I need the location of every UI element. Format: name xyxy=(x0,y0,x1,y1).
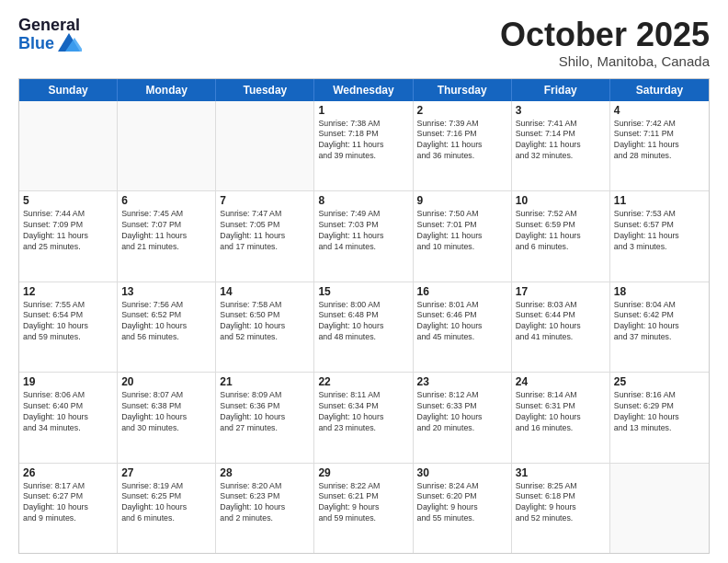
day-number: 8 xyxy=(318,194,408,207)
day-number: 7 xyxy=(220,194,310,207)
day-number: 9 xyxy=(417,194,507,207)
cal-day-19: 19Sunrise: 8:06 AM Sunset: 6:40 PM Dayli… xyxy=(19,373,118,462)
day-info: Sunrise: 7:42 AM Sunset: 7:11 PM Dayligh… xyxy=(614,119,705,163)
cal-day-6: 6Sunrise: 7:45 AM Sunset: 7:07 PM Daylig… xyxy=(118,191,216,281)
day-number: 11 xyxy=(614,194,705,207)
day-number: 26 xyxy=(23,466,113,479)
cal-header-wednesday: Wednesday xyxy=(314,79,413,101)
cal-week-3: 12Sunrise: 7:55 AM Sunset: 6:54 PM Dayli… xyxy=(19,282,709,373)
day-number: 27 xyxy=(121,466,211,479)
logo-general-text: General xyxy=(18,17,82,33)
cal-day-18: 18Sunrise: 8:04 AM Sunset: 6:42 PM Dayli… xyxy=(610,282,709,372)
day-info: Sunrise: 7:53 AM Sunset: 6:57 PM Dayligh… xyxy=(614,209,705,253)
calendar-title: October 2025 xyxy=(500,17,710,53)
logo-blue-text: Blue xyxy=(18,35,54,52)
day-number: 30 xyxy=(417,466,507,479)
cal-day-5: 5Sunrise: 7:44 AM Sunset: 7:09 PM Daylig… xyxy=(19,191,118,281)
cal-empty-0-0 xyxy=(19,101,118,190)
cal-day-20: 20Sunrise: 8:07 AM Sunset: 6:38 PM Dayli… xyxy=(118,373,216,462)
cal-day-13: 13Sunrise: 7:56 AM Sunset: 6:52 PM Dayli… xyxy=(118,282,216,372)
cal-day-31: 31Sunrise: 8:25 AM Sunset: 6:18 PM Dayli… xyxy=(512,464,610,553)
day-info: Sunrise: 8:14 AM Sunset: 6:31 PM Dayligh… xyxy=(516,390,606,434)
cal-day-23: 23Sunrise: 8:12 AM Sunset: 6:33 PM Dayli… xyxy=(414,373,512,462)
day-info: Sunrise: 8:22 AM Sunset: 6:21 PM Dayligh… xyxy=(318,481,408,525)
day-number: 16 xyxy=(417,285,507,298)
cal-header-thursday: Thursday xyxy=(414,79,512,101)
cal-week-4: 19Sunrise: 8:06 AM Sunset: 6:40 PM Dayli… xyxy=(19,373,709,463)
cal-day-28: 28Sunrise: 8:20 AM Sunset: 6:23 PM Dayli… xyxy=(216,464,314,553)
cal-day-27: 27Sunrise: 8:19 AM Sunset: 6:25 PM Dayli… xyxy=(118,464,216,553)
day-number: 6 xyxy=(121,194,211,207)
day-number: 17 xyxy=(516,285,606,298)
cal-header-tuesday: Tuesday xyxy=(216,79,314,101)
day-info: Sunrise: 7:38 AM Sunset: 7:18 PM Dayligh… xyxy=(318,119,408,163)
cal-day-14: 14Sunrise: 7:58 AM Sunset: 6:50 PM Dayli… xyxy=(216,282,314,372)
day-info: Sunrise: 7:52 AM Sunset: 6:59 PM Dayligh… xyxy=(516,209,606,253)
cal-header-saturday: Saturday xyxy=(610,79,709,101)
cal-day-25: 25Sunrise: 8:16 AM Sunset: 6:29 PM Dayli… xyxy=(610,373,709,462)
cal-day-15: 15Sunrise: 8:00 AM Sunset: 6:48 PM Dayli… xyxy=(314,282,413,372)
cal-day-17: 17Sunrise: 8:03 AM Sunset: 6:44 PM Dayli… xyxy=(512,282,610,372)
day-number: 24 xyxy=(516,375,606,388)
cal-empty-4-6 xyxy=(610,464,709,553)
cal-empty-0-1 xyxy=(118,101,216,190)
cal-week-2: 5Sunrise: 7:44 AM Sunset: 7:09 PM Daylig… xyxy=(19,191,709,282)
calendar-header-row: SundayMondayTuesdayWednesdayThursdayFrid… xyxy=(19,79,709,101)
day-info: Sunrise: 7:56 AM Sunset: 6:52 PM Dayligh… xyxy=(121,300,211,344)
page: General Blue October 2025 Shilo, Manitob… xyxy=(0,0,728,563)
day-info: Sunrise: 8:24 AM Sunset: 6:20 PM Dayligh… xyxy=(417,481,507,525)
day-number: 21 xyxy=(220,375,310,388)
cal-day-4: 4Sunrise: 7:42 AM Sunset: 7:11 PM Daylig… xyxy=(610,101,709,190)
day-info: Sunrise: 8:25 AM Sunset: 6:18 PM Dayligh… xyxy=(516,481,606,525)
day-number: 4 xyxy=(614,104,705,117)
day-number: 12 xyxy=(23,285,113,298)
cal-day-22: 22Sunrise: 8:11 AM Sunset: 6:34 PM Dayli… xyxy=(314,373,413,462)
day-number: 20 xyxy=(121,375,211,388)
cal-week-1: 1Sunrise: 7:38 AM Sunset: 7:18 PM Daylig… xyxy=(19,101,709,191)
header: General Blue October 2025 Shilo, Manitob… xyxy=(18,17,710,69)
cal-day-11: 11Sunrise: 7:53 AM Sunset: 6:57 PM Dayli… xyxy=(610,191,709,281)
logo: General Blue xyxy=(18,17,82,53)
day-number: 22 xyxy=(318,375,408,388)
day-info: Sunrise: 8:07 AM Sunset: 6:38 PM Dayligh… xyxy=(121,390,211,434)
cal-day-1: 1Sunrise: 7:38 AM Sunset: 7:18 PM Daylig… xyxy=(314,101,413,190)
day-info: Sunrise: 8:20 AM Sunset: 6:23 PM Dayligh… xyxy=(220,481,310,525)
calendar: SundayMondayTuesdayWednesdayThursdayFrid… xyxy=(18,78,710,554)
day-info: Sunrise: 7:49 AM Sunset: 7:03 PM Dayligh… xyxy=(318,209,408,253)
day-info: Sunrise: 8:00 AM Sunset: 6:48 PM Dayligh… xyxy=(318,300,408,344)
day-info: Sunrise: 8:16 AM Sunset: 6:29 PM Dayligh… xyxy=(614,390,705,434)
day-info: Sunrise: 7:58 AM Sunset: 6:50 PM Dayligh… xyxy=(220,300,310,344)
cal-day-10: 10Sunrise: 7:52 AM Sunset: 6:59 PM Dayli… xyxy=(512,191,610,281)
logo-words: General Blue xyxy=(18,17,82,53)
day-number: 1 xyxy=(318,104,408,117)
day-info: Sunrise: 8:09 AM Sunset: 6:36 PM Dayligh… xyxy=(220,390,310,434)
cal-header-sunday: Sunday xyxy=(19,79,118,101)
day-info: Sunrise: 7:55 AM Sunset: 6:54 PM Dayligh… xyxy=(23,300,113,344)
cal-day-16: 16Sunrise: 8:01 AM Sunset: 6:46 PM Dayli… xyxy=(414,282,512,372)
day-number: 15 xyxy=(318,285,408,298)
logo-icon xyxy=(56,33,82,53)
cal-day-2: 2Sunrise: 7:39 AM Sunset: 7:16 PM Daylig… xyxy=(414,101,512,190)
day-number: 18 xyxy=(614,285,705,298)
cal-day-3: 3Sunrise: 7:41 AM Sunset: 7:14 PM Daylig… xyxy=(512,101,610,190)
cal-day-26: 26Sunrise: 8:17 AM Sunset: 6:27 PM Dayli… xyxy=(19,464,118,553)
cal-header-friday: Friday xyxy=(512,79,610,101)
cal-day-8: 8Sunrise: 7:49 AM Sunset: 7:03 PM Daylig… xyxy=(314,191,413,281)
cal-week-5: 26Sunrise: 8:17 AM Sunset: 6:27 PM Dayli… xyxy=(19,464,709,553)
day-number: 10 xyxy=(516,194,606,207)
cal-day-21: 21Sunrise: 8:09 AM Sunset: 6:36 PM Dayli… xyxy=(216,373,314,462)
title-block: October 2025 Shilo, Manitoba, Canada xyxy=(500,17,710,69)
cal-day-30: 30Sunrise: 8:24 AM Sunset: 6:20 PM Dayli… xyxy=(414,464,512,553)
logo-blue-line: Blue xyxy=(18,33,82,53)
cal-day-7: 7Sunrise: 7:47 AM Sunset: 7:05 PM Daylig… xyxy=(216,191,314,281)
day-number: 3 xyxy=(516,104,606,117)
day-info: Sunrise: 7:50 AM Sunset: 7:01 PM Dayligh… xyxy=(417,209,507,253)
calendar-subtitle: Shilo, Manitoba, Canada xyxy=(500,53,710,69)
cal-day-9: 9Sunrise: 7:50 AM Sunset: 7:01 PM Daylig… xyxy=(414,191,512,281)
day-info: Sunrise: 8:12 AM Sunset: 6:33 PM Dayligh… xyxy=(417,390,507,434)
day-number: 2 xyxy=(417,104,507,117)
day-number: 25 xyxy=(614,375,705,388)
day-info: Sunrise: 8:03 AM Sunset: 6:44 PM Dayligh… xyxy=(516,300,606,344)
day-info: Sunrise: 8:01 AM Sunset: 6:46 PM Dayligh… xyxy=(417,300,507,344)
day-number: 5 xyxy=(23,194,113,207)
